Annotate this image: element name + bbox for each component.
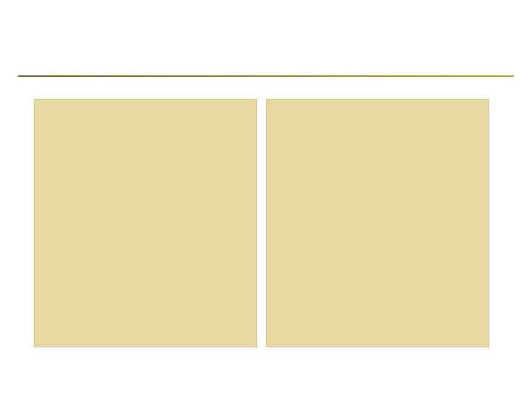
slide-top-dots (0, 0, 532, 19)
code-block-receiver (266, 99, 489, 347)
code-block-sender (34, 99, 257, 347)
title-underline (18, 75, 514, 77)
slide-left-dots (6, 22, 13, 392)
